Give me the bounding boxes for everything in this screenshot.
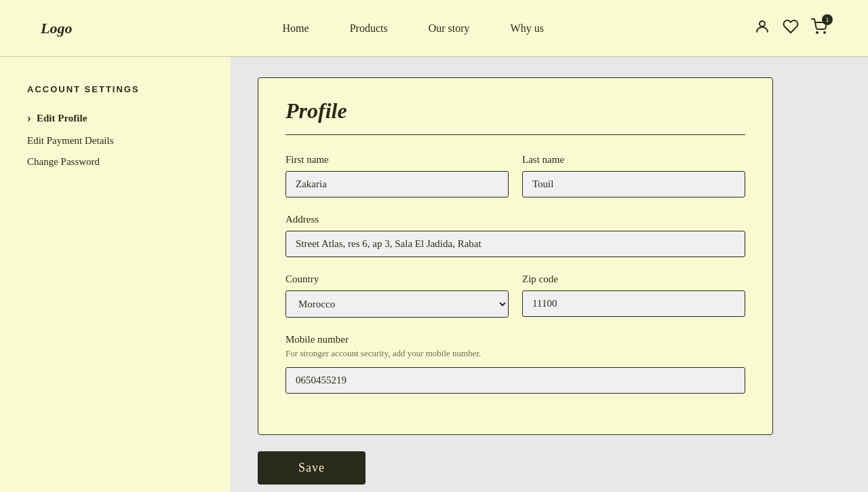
address-row: Address [285, 214, 745, 257]
nav-item-home[interactable]: Home [283, 22, 309, 35]
first-name-group: First name [285, 154, 509, 197]
name-row: First name Last name [285, 154, 745, 197]
svg-point-1 [816, 32, 818, 33]
save-button[interactable]: Save [258, 451, 366, 485]
svg-point-2 [824, 32, 825, 33]
sidebar: ACCOUNT SETTINGS Edit Profile Edit Payme… [0, 57, 231, 492]
sidebar-item-change-password[interactable]: Change Password [27, 154, 203, 170]
cart-icon[interactable]: 1 [811, 18, 827, 39]
header: Logo Home Products Our story Why us [0, 0, 868, 57]
last-name-group: Last name [522, 154, 745, 197]
nav-item-our-story[interactable]: Our story [429, 22, 470, 35]
country-group: Country Morocco France USA [285, 273, 509, 318]
sidebar-section-title: ACCOUNT SETTINGS [27, 84, 203, 94]
country-label: Country [285, 273, 509, 285]
address-input[interactable] [285, 231, 745, 257]
nav-link-products[interactable]: Products [350, 22, 388, 34]
main-layout: ACCOUNT SETTINGS Edit Profile Edit Payme… [0, 57, 868, 492]
main-content: Profile First name Last name Address [231, 57, 868, 492]
nav-item-why-us[interactable]: Why us [511, 22, 544, 35]
zip-code-group: Zip code [522, 273, 745, 318]
sidebar-item-edit-profile[interactable]: Edit Profile [27, 109, 203, 128]
header-icons: 1 [754, 18, 827, 39]
mobile-label: Mobile number [285, 334, 745, 345]
address-group: Address [285, 214, 745, 257]
svg-point-0 [760, 21, 765, 26]
user-icon[interactable] [754, 18, 770, 39]
logo: Logo [41, 20, 72, 37]
main-nav: Home Products Our story Why us [283, 22, 544, 35]
cart-badge: 1 [822, 14, 833, 25]
nav-link-home[interactable]: Home [283, 22, 309, 34]
profile-card: Profile First name Last name Address [258, 77, 773, 435]
country-zip-row: Country Morocco France USA Zip code [285, 273, 745, 318]
nav-link-our-story[interactable]: Our story [429, 22, 470, 34]
first-name-input[interactable] [285, 171, 509, 197]
sidebar-menu: Edit Profile Edit Payment Details Change… [27, 109, 203, 170]
country-select[interactable]: Morocco France USA [285, 290, 509, 318]
sidebar-item-edit-payment[interactable]: Edit Payment Details [27, 133, 203, 149]
mobile-row: Mobile number For stronger account secur… [285, 334, 745, 394]
mobile-hint: For stronger account security, add your … [285, 348, 745, 359]
wishlist-icon[interactable] [783, 18, 799, 39]
last-name-label: Last name [522, 154, 745, 166]
address-label: Address [285, 214, 745, 225]
profile-title: Profile [285, 98, 745, 135]
zip-code-label: Zip code [522, 273, 745, 285]
zip-code-input[interactable] [522, 290, 745, 317]
mobile-group: Mobile number For stronger account secur… [285, 334, 745, 394]
last-name-input[interactable] [522, 171, 745, 197]
first-name-label: First name [285, 154, 509, 166]
nav-link-why-us[interactable]: Why us [511, 22, 544, 34]
mobile-input[interactable] [285, 367, 745, 394]
nav-item-products[interactable]: Products [350, 22, 388, 35]
save-button-container: Save [258, 451, 841, 485]
